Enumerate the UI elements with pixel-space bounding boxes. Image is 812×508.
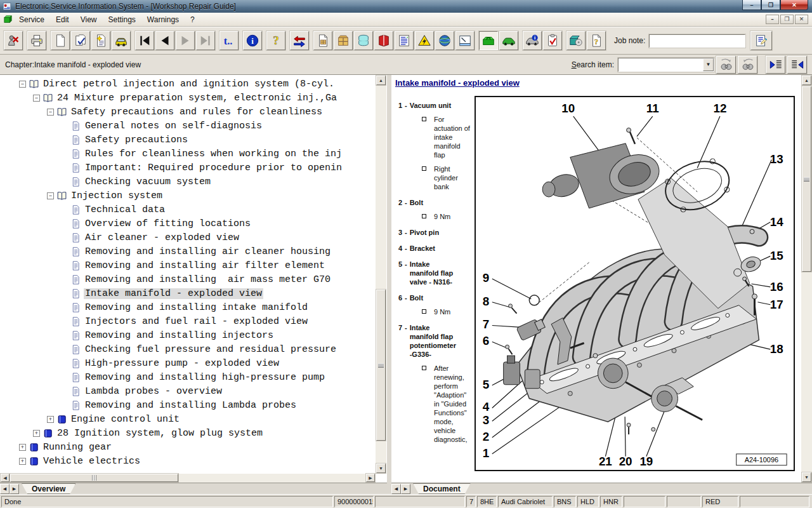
search-item-combobox[interactable]: ▼ (618, 58, 714, 72)
toolbar-checklist-button[interactable] (543, 31, 562, 50)
tree-item[interactable]: Air cleaner - exploded view (0, 231, 376, 244)
scroll-down-button[interactable]: ▼ (376, 464, 386, 473)
tab-scroll-right-button[interactable]: ▶ (401, 484, 410, 494)
menu-edit[interactable]: Edit (50, 14, 75, 25)
previous-document-button[interactable] (766, 56, 785, 74)
tree-item[interactable]: −Safety precautions and rules for cleanl… (0, 105, 376, 119)
menu-view[interactable]: View (75, 14, 103, 25)
toolbar-toolbox-button[interactable] (479, 31, 498, 50)
tree-item[interactable]: +Engine control unit (0, 412, 376, 426)
toolbar-hazard-button[interactable] (415, 31, 434, 50)
tree-item[interactable]: +28 Ignition system, glow plug system (0, 426, 376, 440)
restore-button[interactable]: ❐ (761, 0, 780, 10)
toolbar-swap-arrows-button[interactable] (290, 31, 309, 50)
toolbar-doc-question-button[interactable]: ? (587, 31, 606, 50)
toolbar-book-red-button[interactable] (374, 31, 393, 50)
tree-item[interactable]: Removing and installing air mass meter G… (0, 272, 376, 286)
tree-expander-collapse[interactable]: − (33, 95, 40, 102)
toolbar-nav-next-button[interactable] (176, 31, 195, 50)
tree-expander-expand[interactable]: + (47, 416, 54, 423)
toolbar-database-button[interactable] (354, 31, 373, 50)
tab-document[interactable]: Document (413, 483, 471, 494)
mdi-restore-button[interactable]: ❐ (780, 15, 794, 24)
tree-item[interactable]: Checking fuel pressure and residual pres… (0, 342, 376, 356)
tree-horizontal-scrollbar[interactable]: ◀ ▶ (0, 474, 376, 483)
scroll-right-button[interactable]: ▶ (366, 474, 375, 482)
tree-item[interactable]: Technical data (0, 203, 376, 217)
toolbar-car-info-button[interactable]: i (523, 31, 542, 50)
tree-item[interactable]: Intake manifold - exploded view (0, 286, 376, 300)
tab-overview[interactable]: Overview (22, 483, 75, 494)
tree-item[interactable]: −24 Mixture preparation system, electron… (0, 91, 376, 105)
document-vertical-scrollbar[interactable]: ▲ ▼ (801, 75, 812, 483)
menu-service[interactable]: Service (13, 14, 50, 25)
tree-item[interactable]: Injectors and fuel rail - exploded view (0, 314, 376, 328)
tree-item[interactable]: Removing and installing injectors (0, 328, 376, 342)
tab-scroll-left-button[interactable]: ◀ (391, 484, 401, 494)
tree-expander-expand[interactable]: + (19, 458, 26, 465)
mdi-close-button[interactable]: ✕ (795, 15, 808, 24)
menu-settings[interactable]: Settings (103, 14, 141, 25)
scroll-up-button[interactable]: ▲ (802, 76, 811, 85)
toolbar-back-jump-button[interactable]: t.. (219, 31, 239, 50)
job-note-edit-button[interactable] (750, 31, 772, 50)
toolbar-nav-last-button[interactable] (196, 31, 215, 50)
toolbar-screen-button[interactable] (455, 31, 475, 50)
tab-scroll-left-button[interactable]: ◀ (0, 484, 10, 494)
job-note-input[interactable] (649, 34, 745, 48)
menu-warnings[interactable]: Warnings (141, 14, 185, 25)
toolbar-doc-sparkle-button[interactable] (91, 31, 110, 50)
tree-item[interactable]: Checking vacuum system (0, 175, 376, 189)
mdi-minimize-button[interactable]: – (766, 15, 779, 24)
next-document-button[interactable] (787, 56, 807, 74)
tree-item[interactable]: −Injection system (0, 189, 376, 203)
tree-expander-expand[interactable]: + (33, 430, 40, 437)
tree-item[interactable]: −Direct petrol injection and ignition sy… (0, 77, 376, 91)
toolbar-doc-check-button[interactable] (71, 31, 90, 50)
tree-item[interactable]: Rules for cleanliness when working on th… (0, 147, 376, 161)
scrollbar-thumb[interactable] (802, 86, 811, 272)
toolbar-exit-button[interactable] (4, 31, 23, 50)
tree-expander-collapse[interactable]: − (19, 81, 26, 88)
tree-item[interactable]: Safety precautions (0, 133, 376, 147)
scroll-up-button[interactable]: ▲ (376, 76, 386, 85)
toolbar-nav-prev-button[interactable] (155, 31, 174, 50)
tab-scroll-right-button[interactable]: ▶ (10, 484, 19, 494)
tree-expander-collapse[interactable]: − (47, 192, 54, 199)
toolbar-package-button[interactable] (334, 31, 353, 50)
toolbar-doc-list-button[interactable] (395, 31, 414, 50)
tree-item[interactable]: Removing and installing high-pressure pu… (0, 370, 376, 384)
minimize-button[interactable]: – (742, 0, 761, 10)
toolbar-car-yellow-button[interactable] (112, 31, 131, 50)
tree-item[interactable]: +Vehicle electrics (0, 454, 376, 468)
tree-vertical-scrollbar[interactable]: ▲ ▼ (376, 75, 386, 474)
close-button[interactable]: ✕ (780, 0, 808, 10)
scroll-left-button[interactable]: ◀ (1, 474, 10, 482)
toolbar-info-button[interactable]: i (243, 31, 262, 50)
tree-expander-expand[interactable]: + (19, 444, 26, 451)
tree-item[interactable]: Removing and installing Lambda probes (0, 398, 376, 412)
tree-item[interactable]: High-pressure pump - exploded view (0, 356, 376, 370)
toolbar-car-green-button[interactable] (499, 31, 518, 50)
search-previous-button[interactable] (738, 56, 757, 74)
toolbar-help-button[interactable]: ? (266, 31, 285, 50)
toolbar-globe-button[interactable] (435, 31, 454, 50)
tree-item[interactable]: Important: Required procedure prior to o… (0, 161, 376, 175)
tree-item[interactable]: +Running gear (0, 440, 376, 454)
toolbar-doc-new-button[interactable] (51, 31, 70, 50)
combo-dropdown-arrow[interactable]: ▼ (703, 58, 714, 71)
tree-item[interactable]: Overview of fitting locations (0, 217, 376, 231)
toolbar-doc-package-button[interactable] (313, 31, 332, 50)
tree-item[interactable]: Removing and installing air filter eleme… (0, 258, 376, 272)
tree-expander-collapse[interactable]: − (47, 109, 54, 116)
panel-splitter[interactable] (387, 75, 391, 494)
toolbar-print-button[interactable] (27, 31, 46, 50)
tree-item[interactable]: General notes on self-diagnosis (0, 119, 376, 133)
tree-item[interactable]: Removing and installing intake manifold (0, 300, 376, 314)
scrollbar-thumb[interactable] (10, 474, 178, 482)
scroll-down-button[interactable]: ▼ (802, 472, 811, 482)
toolbar-nav-first-button[interactable] (135, 31, 154, 50)
toolbar-cd-box-button[interactable] (566, 31, 586, 50)
scrollbar-thumb[interactable] (376, 290, 386, 441)
tree-item[interactable]: Lambda probes - overview (0, 384, 376, 398)
